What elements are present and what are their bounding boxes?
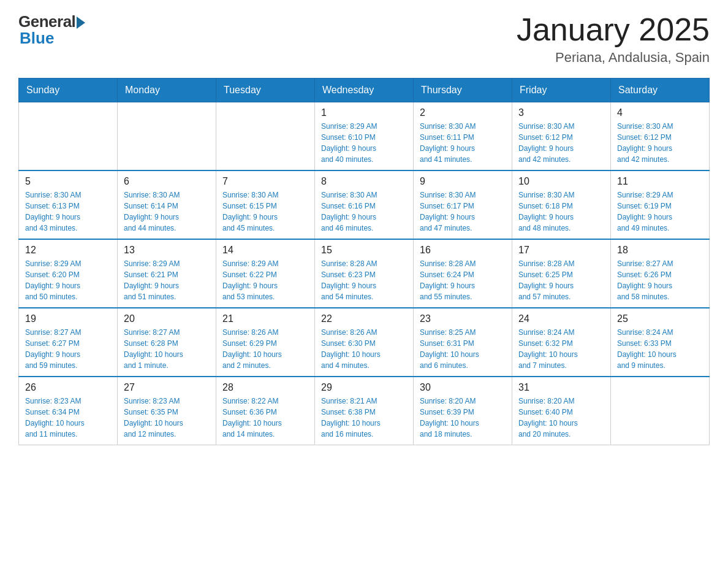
empty-cell	[118, 102, 216, 171]
calendar-header-row: SundayMondayTuesdayWednesdayThursdayFrid…	[19, 79, 710, 102]
calendar-week-row: 1Sunrise: 8:29 AM Sunset: 6:10 PM Daylig…	[19, 102, 710, 171]
calendar-week-row: 5Sunrise: 8:30 AM Sunset: 6:13 PM Daylig…	[19, 170, 710, 239]
calendar-day-cell: 14Sunrise: 8:29 AM Sunset: 6:22 PM Dayli…	[216, 239, 315, 308]
day-info: Sunrise: 8:30 AM Sunset: 6:12 PM Dayligh…	[518, 121, 604, 165]
calendar-day-cell: 10Sunrise: 8:30 AM Sunset: 6:18 PM Dayli…	[512, 170, 611, 239]
day-number: 13	[124, 245, 210, 256]
day-number: 11	[617, 176, 703, 187]
day-number: 6	[124, 176, 210, 187]
day-number: 14	[222, 245, 308, 256]
day-info: Sunrise: 8:29 AM Sunset: 6:10 PM Dayligh…	[321, 121, 407, 165]
logo-arrow-icon	[77, 17, 85, 29]
calendar-day-cell: 8Sunrise: 8:30 AM Sunset: 6:16 PM Daylig…	[315, 170, 414, 239]
day-info: Sunrise: 8:28 AM Sunset: 6:23 PM Dayligh…	[321, 258, 407, 302]
day-of-week-friday: Friday	[512, 79, 611, 102]
calendar-day-cell: 15Sunrise: 8:28 AM Sunset: 6:23 PM Dayli…	[315, 239, 414, 308]
day-info: Sunrise: 8:29 AM Sunset: 6:19 PM Dayligh…	[617, 190, 703, 234]
day-number: 26	[25, 382, 111, 393]
day-info: Sunrise: 8:30 AM Sunset: 6:14 PM Dayligh…	[124, 190, 210, 234]
calendar-day-cell: 5Sunrise: 8:30 AM Sunset: 6:13 PM Daylig…	[19, 170, 118, 239]
day-number: 19	[25, 313, 111, 324]
location-text: Periana, Andalusia, Spain	[517, 50, 710, 66]
calendar-week-row: 12Sunrise: 8:29 AM Sunset: 6:20 PM Dayli…	[19, 239, 710, 308]
calendar-day-cell: 26Sunrise: 8:23 AM Sunset: 6:34 PM Dayli…	[19, 377, 118, 445]
calendar-day-cell: 25Sunrise: 8:24 AM Sunset: 6:33 PM Dayli…	[611, 308, 710, 377]
day-info: Sunrise: 8:25 AM Sunset: 6:31 PM Dayligh…	[420, 327, 506, 371]
day-info: Sunrise: 8:21 AM Sunset: 6:38 PM Dayligh…	[321, 396, 407, 440]
day-number: 20	[124, 313, 210, 324]
day-number: 10	[518, 176, 604, 187]
page-header: General Blue January 2025 Periana, Andal…	[18, 12, 710, 66]
day-info: Sunrise: 8:30 AM Sunset: 6:17 PM Dayligh…	[420, 190, 506, 234]
calendar-day-cell: 27Sunrise: 8:23 AM Sunset: 6:35 PM Dayli…	[118, 377, 216, 445]
calendar-day-cell: 20Sunrise: 8:27 AM Sunset: 6:28 PM Dayli…	[118, 308, 216, 377]
calendar-day-cell: 11Sunrise: 8:29 AM Sunset: 6:19 PM Dayli…	[611, 170, 710, 239]
day-info: Sunrise: 8:30 AM Sunset: 6:11 PM Dayligh…	[420, 121, 506, 165]
day-number: 21	[222, 313, 308, 324]
day-info: Sunrise: 8:22 AM Sunset: 6:36 PM Dayligh…	[222, 396, 308, 440]
day-number: 24	[518, 313, 604, 324]
day-info: Sunrise: 8:30 AM Sunset: 6:16 PM Dayligh…	[321, 190, 407, 234]
day-info: Sunrise: 8:30 AM Sunset: 6:18 PM Dayligh…	[518, 190, 604, 234]
day-info: Sunrise: 8:26 AM Sunset: 6:29 PM Dayligh…	[222, 327, 308, 371]
calendar-day-cell: 21Sunrise: 8:26 AM Sunset: 6:29 PM Dayli…	[216, 308, 315, 377]
calendar-day-cell: 7Sunrise: 8:30 AM Sunset: 6:15 PM Daylig…	[216, 170, 315, 239]
day-number: 3	[518, 107, 604, 118]
day-number: 16	[420, 245, 506, 256]
day-info: Sunrise: 8:23 AM Sunset: 6:34 PM Dayligh…	[25, 396, 111, 440]
day-number: 9	[420, 176, 506, 187]
day-info: Sunrise: 8:24 AM Sunset: 6:33 PM Dayligh…	[617, 327, 703, 371]
day-info: Sunrise: 8:28 AM Sunset: 6:24 PM Dayligh…	[420, 258, 506, 302]
empty-cell	[611, 377, 710, 445]
title-block: January 2025 Periana, Andalusia, Spain	[517, 12, 710, 66]
calendar-day-cell: 4Sunrise: 8:30 AM Sunset: 6:12 PM Daylig…	[611, 102, 710, 171]
day-number: 31	[518, 382, 604, 393]
calendar-day-cell: 9Sunrise: 8:30 AM Sunset: 6:17 PM Daylig…	[414, 170, 512, 239]
calendar-day-cell: 1Sunrise: 8:29 AM Sunset: 6:10 PM Daylig…	[315, 102, 414, 171]
day-number: 18	[617, 245, 703, 256]
day-info: Sunrise: 8:28 AM Sunset: 6:25 PM Dayligh…	[518, 258, 604, 302]
day-of-week-wednesday: Wednesday	[315, 79, 414, 102]
day-number: 27	[124, 382, 210, 393]
calendar-day-cell: 23Sunrise: 8:25 AM Sunset: 6:31 PM Dayli…	[414, 308, 512, 377]
calendar-day-cell: 3Sunrise: 8:30 AM Sunset: 6:12 PM Daylig…	[512, 102, 611, 171]
calendar-day-cell: 31Sunrise: 8:20 AM Sunset: 6:40 PM Dayli…	[512, 377, 611, 445]
day-number: 8	[321, 176, 407, 187]
month-title: January 2025	[517, 12, 710, 47]
day-of-week-tuesday: Tuesday	[216, 79, 315, 102]
empty-cell	[216, 102, 315, 171]
day-info: Sunrise: 8:29 AM Sunset: 6:22 PM Dayligh…	[222, 258, 308, 302]
calendar-day-cell: 30Sunrise: 8:20 AM Sunset: 6:39 PM Dayli…	[414, 377, 512, 445]
calendar-day-cell: 6Sunrise: 8:30 AM Sunset: 6:14 PM Daylig…	[118, 170, 216, 239]
day-info: Sunrise: 8:20 AM Sunset: 6:39 PM Dayligh…	[420, 396, 506, 440]
day-number: 4	[617, 107, 703, 118]
day-of-week-monday: Monday	[118, 79, 216, 102]
day-number: 23	[420, 313, 506, 324]
day-of-week-sunday: Sunday	[19, 79, 118, 102]
day-info: Sunrise: 8:30 AM Sunset: 6:12 PM Dayligh…	[617, 121, 703, 165]
logo: General Blue	[18, 12, 85, 48]
calendar-day-cell: 17Sunrise: 8:28 AM Sunset: 6:25 PM Dayli…	[512, 239, 611, 308]
calendar-day-cell: 2Sunrise: 8:30 AM Sunset: 6:11 PM Daylig…	[414, 102, 512, 171]
calendar-day-cell: 24Sunrise: 8:24 AM Sunset: 6:32 PM Dayli…	[512, 308, 611, 377]
calendar-day-cell: 28Sunrise: 8:22 AM Sunset: 6:36 PM Dayli…	[216, 377, 315, 445]
day-of-week-thursday: Thursday	[414, 79, 512, 102]
day-info: Sunrise: 8:30 AM Sunset: 6:13 PM Dayligh…	[25, 190, 111, 234]
day-info: Sunrise: 8:23 AM Sunset: 6:35 PM Dayligh…	[124, 396, 210, 440]
day-info: Sunrise: 8:29 AM Sunset: 6:21 PM Dayligh…	[124, 258, 210, 302]
day-number: 22	[321, 313, 407, 324]
day-number: 30	[420, 382, 506, 393]
day-info: Sunrise: 8:29 AM Sunset: 6:20 PM Dayligh…	[25, 258, 111, 302]
calendar-day-cell: 16Sunrise: 8:28 AM Sunset: 6:24 PM Dayli…	[414, 239, 512, 308]
day-number: 29	[321, 382, 407, 393]
day-number: 12	[25, 245, 111, 256]
day-of-week-saturday: Saturday	[611, 79, 710, 102]
day-info: Sunrise: 8:26 AM Sunset: 6:30 PM Dayligh…	[321, 327, 407, 371]
day-info: Sunrise: 8:24 AM Sunset: 6:32 PM Dayligh…	[518, 327, 604, 371]
empty-cell	[19, 102, 118, 171]
calendar-week-row: 19Sunrise: 8:27 AM Sunset: 6:27 PM Dayli…	[19, 308, 710, 377]
logo-blue-text: Blue	[18, 29, 54, 48]
day-number: 7	[222, 176, 308, 187]
calendar-day-cell: 29Sunrise: 8:21 AM Sunset: 6:38 PM Dayli…	[315, 377, 414, 445]
calendar-day-cell: 13Sunrise: 8:29 AM Sunset: 6:21 PM Dayli…	[118, 239, 216, 308]
